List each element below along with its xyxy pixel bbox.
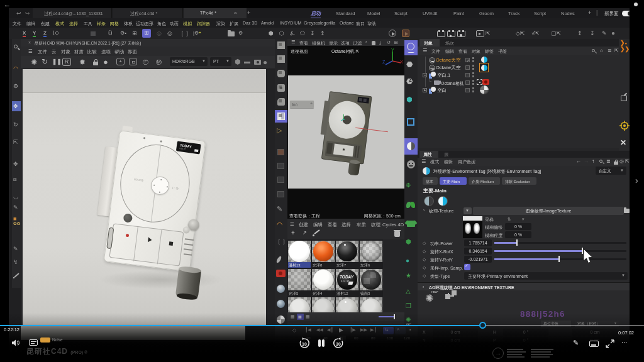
- svg-text:X: X: [400, 60, 403, 64]
- svg-text:Z: Z: [382, 60, 386, 64]
- svg-text:Y: Y: [391, 48, 394, 52]
- svg-text:30: 30: [336, 342, 341, 346]
- svg-text:10: 10: [302, 342, 307, 346]
